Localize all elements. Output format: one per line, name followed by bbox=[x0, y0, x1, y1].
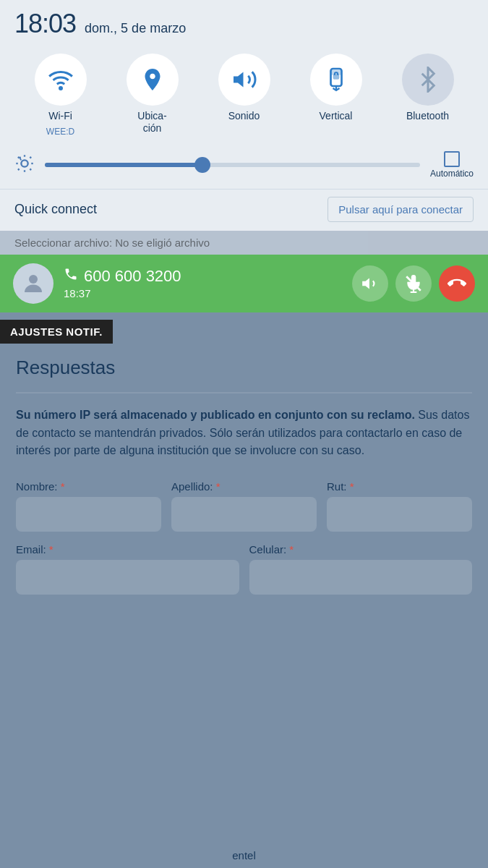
qs-bluetooth-label: Bluetooth bbox=[406, 110, 449, 122]
svg-line-13 bbox=[18, 169, 20, 170]
email-input[interactable] bbox=[16, 560, 239, 595]
form-group-rut: Rut: * bbox=[327, 480, 472, 532]
carrier-bar: entel bbox=[0, 845, 488, 868]
caller-avatar bbox=[13, 263, 53, 304]
apellido-label: Apellido: * bbox=[171, 480, 317, 493]
auto-label: Automático bbox=[430, 169, 474, 179]
info-strong: Su número IP será almacenado y publicado… bbox=[16, 409, 415, 421]
qs-sound-label: Sonido bbox=[228, 110, 260, 122]
info-paragraph: Su número IP será almacenado y publicado… bbox=[16, 407, 472, 460]
celular-label: Celular: * bbox=[249, 543, 473, 556]
email-required: * bbox=[49, 543, 53, 556]
call-actions bbox=[352, 265, 475, 302]
qs-sound[interactable]: Sonido bbox=[218, 54, 270, 122]
svg-marker-16 bbox=[362, 278, 369, 289]
speaker-button[interactable] bbox=[352, 265, 388, 302]
section-title: Respuestas bbox=[16, 357, 472, 379]
email-label: Email: * bbox=[16, 543, 239, 556]
call-number-row: 600 600 3200 bbox=[64, 267, 342, 286]
quick-connect-button[interactable]: Pulsar aquí para conectar bbox=[328, 197, 474, 222]
svg-point-1 bbox=[59, 88, 61, 90]
qs-wifi-sublabel: WEE:D bbox=[46, 127, 74, 137]
form-group-apellido: Apellido: * bbox=[171, 480, 317, 532]
celular-input[interactable] bbox=[249, 560, 473, 595]
call-info: 600 600 3200 18:37 bbox=[64, 267, 342, 299]
qs-wifi-label: Wi-Fi bbox=[48, 110, 72, 122]
call-phone-icon bbox=[64, 267, 78, 286]
qs-vertical-label: Vertical bbox=[320, 110, 353, 122]
auto-brightness-toggle[interactable]: Automático bbox=[430, 151, 474, 179]
mute-button[interactable] bbox=[395, 265, 432, 302]
svg-rect-5 bbox=[334, 75, 338, 79]
qs-location[interactable]: Ubica-ción bbox=[127, 54, 179, 135]
rut-input[interactable] bbox=[327, 497, 472, 532]
nombre-label: Nombre: * bbox=[16, 480, 161, 493]
notif-settings-badge[interactable]: AJUSTES NOTIF. bbox=[0, 320, 113, 344]
carrier-name: entel bbox=[232, 849, 256, 861]
brightness-slider[interactable] bbox=[45, 163, 420, 167]
svg-line-14 bbox=[30, 157, 31, 158]
call-number-text: 600 600 3200 bbox=[84, 267, 181, 286]
svg-marker-2 bbox=[234, 72, 244, 88]
quick-connect-bar: Quick connect Pulsar aquí para conectar bbox=[0, 189, 488, 231]
section-divider bbox=[16, 392, 472, 393]
form-group-email: Email: * bbox=[16, 543, 239, 595]
svg-line-9 bbox=[18, 157, 20, 158]
svg-point-15 bbox=[29, 275, 38, 284]
svg-point-6 bbox=[21, 160, 27, 166]
form-group-celular: Celular: * bbox=[249, 543, 473, 595]
qs-vertical[interactable]: Vertical bbox=[310, 54, 362, 122]
main-content: Respuestas Su número IP será almacenado … bbox=[0, 344, 488, 622]
nombre-required: * bbox=[61, 480, 65, 493]
svg-line-10 bbox=[30, 169, 31, 170]
quick-connect-label: Quick connect bbox=[14, 202, 97, 217]
partial-file-text: Seleccionar archivo: No se eligió archiv… bbox=[0, 231, 488, 255]
call-time: 18:37 bbox=[64, 287, 342, 299]
qs-wifi[interactable]: Wi-Fi WEE:D bbox=[35, 54, 87, 137]
call-bar: 600 600 3200 18:37 bbox=[0, 255, 488, 312]
nombre-input[interactable] bbox=[16, 497, 161, 532]
status-bar: 18:03 dom., 5 de marzo bbox=[0, 0, 488, 46]
apellido-input[interactable] bbox=[171, 497, 317, 532]
brightness-row: Automático bbox=[0, 147, 488, 189]
brightness-icon bbox=[14, 153, 35, 176]
status-date: dom., 5 de marzo bbox=[85, 21, 186, 36]
form-group-nombre: Nombre: * bbox=[16, 480, 161, 532]
form-row-1: Nombre: * Apellido: * Rut: * bbox=[16, 480, 472, 532]
status-time: 18:03 bbox=[14, 9, 76, 39]
apellido-required: * bbox=[216, 480, 221, 493]
form-row-2: Email: * Celular: * bbox=[16, 543, 472, 595]
qs-location-label: Ubica-ción bbox=[137, 110, 166, 135]
celular-required: * bbox=[289, 543, 294, 556]
rut-required: * bbox=[350, 480, 354, 493]
rut-label: Rut: * bbox=[327, 480, 472, 493]
end-call-button[interactable] bbox=[439, 265, 475, 302]
quick-settings-panel: Wi-Fi WEE:D Ubica-ción Sonido bbox=[0, 46, 488, 147]
qs-bluetooth[interactable]: Bluetooth bbox=[402, 54, 454, 122]
